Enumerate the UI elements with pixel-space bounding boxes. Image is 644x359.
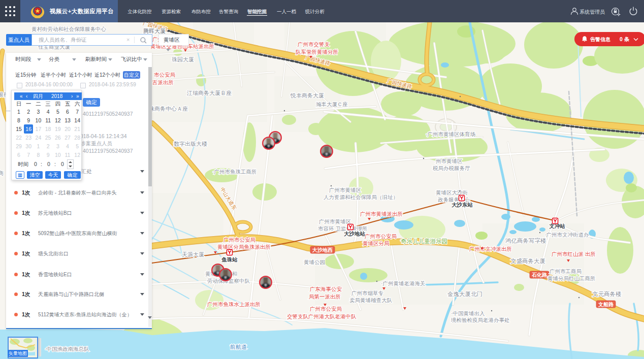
svg-text:商: 商 [0, 170, 4, 176]
svg-text:文船路: 文船路 [598, 302, 614, 307]
svg-text:悦丰商务大厦: 悦丰商务大厦 [290, 92, 324, 99]
svg-text:局第一派出所: 局第一派出所 [309, 293, 341, 300]
svg-text:广州市公安局: 广州市公安局 [223, 237, 255, 243]
svg-text:黄埔区分局鱼珠派出所: 黄埔区分局鱼珠派出所 [217, 244, 271, 250]
svg-text:黄埔公园: 黄埔公园 [304, 259, 325, 265]
svg-text:系统管理员: 系统管理员 [579, 9, 605, 15]
svg-text:市公安局: 市公安局 [154, 72, 175, 78]
svg-text:交警支队广州港大队老港中队: 交警支队广州港大队老港中队 [287, 313, 357, 319]
svg-text:·广州市鱼珠工商所: ·广州市鱼珠工商所 [212, 169, 257, 175]
svg-text:天源大厦: 天源大厦 [182, 251, 204, 257]
svg-text:珠园大厦: 珠园大厦 [172, 56, 194, 62]
svg-text:黄埔区分局: 黄埔区分局 [363, 240, 390, 246]
svg-text:黄村街劳动和社会保障服务中心: 黄村街劳动和社会保障服务中心 [31, 26, 107, 32]
svg-text:瀚丰大厦Ｃ座: 瀚丰大厦Ｃ座 [316, 101, 348, 107]
svg-text:队车管所黄埔分所: 队车管所黄埔分所 [296, 49, 338, 55]
svg-text:·中国渔政南海总队: ·中国渔政南海总队 [45, 346, 89, 352]
svg-text:大沙东站: 大沙东站 [452, 202, 473, 208]
svg-text:广州市公安局: 广州市公安局 [310, 306, 342, 312]
svg-text:大沙地站: 大沙地站 [344, 231, 366, 237]
svg-text:金逸大厦北门: 金逸大厦北门 [447, 291, 482, 297]
svg-text:税局办税服务厅: 税局办税服务厅 [433, 165, 470, 171]
svg-text:鱼珠站: 鱼珠站 [221, 256, 238, 263]
svg-text:广州市鱼珠水上派出所: 广州市鱼珠水上派出所 [207, 301, 261, 307]
svg-text:大沙地西: 大沙地西 [312, 247, 333, 253]
svg-text:石化路: 石化路 [531, 272, 548, 278]
svg-text:腾晖大厦: 腾晖大厦 [143, 28, 166, 34]
svg-text:珠商务中心Ａ座: 珠商务中心Ａ座 [149, 106, 188, 112]
svg-text:前航道: 前航道 [230, 344, 247, 350]
svg-text:·广州市文冲街道办: ·广州市文冲街道办 [544, 232, 589, 238]
svg-text:广州市交警支: 广州市交警支 [298, 41, 330, 47]
svg-text:江瑞商务大厦Ｂ座: 江瑞商务大厦Ｂ座 [186, 90, 232, 96]
svg-text:奇乐儿儿童游乐园: 奇乐儿儿童游乐园 [401, 238, 447, 244]
svg-text:人力资源和社会保障局（旧址）: 人力资源和社会保障局（旧址） [324, 194, 398, 200]
svg-text:广州市黄埔区: 广州市黄埔区 [319, 218, 351, 224]
svg-text:广州市烟草专: 广州市烟草专 [351, 290, 384, 296]
svg-text:广东海事公安: 广东海事公安 [310, 286, 342, 292]
svg-text:广州市红山派 出所: 广州市红山派 出所 [552, 251, 596, 257]
svg-text:文盛商务大厦: 文盛商务大厦 [510, 258, 545, 264]
svg-text:境检验检疫局老港办事处: 境检验检疫局老港办事处 [450, 317, 510, 323]
svg-text:黄埔区大沙街: 黄埔区大沙街 [436, 189, 468, 195]
svg-text:黄埔分局红山工商所: 黄埔分局红山工商所 [548, 275, 596, 281]
svg-text:广州市公安局: 广州市公安局 [365, 233, 397, 239]
svg-text:广州市工商局: 广州市工商局 [550, 268, 582, 274]
svg-text:文元商务楼: 文元商务楼 [592, 291, 622, 297]
svg-text:数字出版大楼: 数字出版大楼 [174, 141, 207, 147]
svg-text:·广州市黄埔区体育场: ·广州市黄埔区体育场 [426, 131, 475, 137]
svg-text:吉派出所: 吉派出所 [152, 79, 174, 85]
svg-text:广州市黄埔区: 广州市黄埔区 [329, 187, 362, 193]
svg-text:·广州黄埔老港海关: ·广州黄埔老港海关 [381, 280, 426, 286]
svg-text:州市黄埔区: 州市黄埔区 [436, 158, 463, 164]
svg-text:广州市文冲派出所: 广州市文冲派出所 [469, 246, 512, 252]
svg-text:卖局黄埔稽查大队: 卖局黄埔稽查大队 [349, 297, 393, 303]
svg-text:鸿亿商务写字楼: 鸿亿商务写字楼 [505, 238, 546, 244]
svg-text:·中国黄埔出入: ·中国黄埔出入 [451, 310, 485, 316]
svg-text:广州市黄埔派出所: 广州市黄埔派出所 [360, 211, 403, 217]
